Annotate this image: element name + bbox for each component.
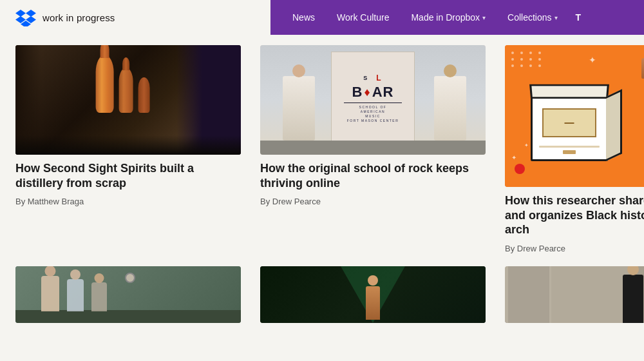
sor-ground <box>260 141 486 155</box>
logo-text: work in progress <box>43 12 115 23</box>
distillery-author: By Matthew Braga <box>15 197 241 206</box>
nav-news-label: News <box>292 12 315 23</box>
nav-made-in-dropbox[interactable]: Made in Dropbox ▾ <box>402 8 495 26</box>
article-grid-row2 <box>15 253 629 323</box>
made-in-dropbox-chevron-icon: ▾ <box>482 14 486 21</box>
sparkle-1: ✦ <box>589 55 596 65</box>
header-left: work in progress <box>0 0 270 35</box>
still-body-1 <box>96 55 114 113</box>
researcher-title: How this researcher shares and organizes… <box>505 193 644 237</box>
wall-clock <box>125 273 135 283</box>
dropbox-icon <box>15 8 36 26</box>
nav-bar: News Work Culture Made in Dropbox ▾ Coll… <box>270 0 644 35</box>
archive-box-illustration <box>518 64 634 168</box>
person-left <box>283 76 315 141</box>
school-rock-image: S L B ♦ AR SCHOOL OFAMERICANMUSICFORT MA… <box>260 45 486 155</box>
article-researcher: ✦ ✦ ✦ <box>505 45 644 253</box>
sparkle-2: ✦ <box>511 154 516 161</box>
bottom-image-spy <box>505 266 644 323</box>
silhouette-2 <box>67 279 84 311</box>
researcher-author: By Drew Pearce <box>505 244 644 253</box>
copper-still <box>96 55 150 113</box>
article-bottom-2 <box>260 266 486 323</box>
dropbox-logo[interactable]: work in progress <box>15 8 115 26</box>
nav-work-culture-label: Work Culture <box>337 12 389 23</box>
poster-board: S L B ♦ AR SCHOOL OFAMERICANMUSICFORT MA… <box>331 52 415 145</box>
nav-collections[interactable]: Collections ▾ <box>498 8 566 26</box>
article-bottom-1 <box>15 266 241 323</box>
suited-figure <box>623 275 643 323</box>
silhouette-3 <box>91 282 107 311</box>
article-bottom-3 <box>505 266 644 323</box>
content-area: How Second Sight Spirits built a distill… <box>0 35 644 323</box>
bottom-image-performer <box>260 266 486 323</box>
school-rock-title: How the original school of rock keeps th… <box>260 161 486 190</box>
performer-figure <box>366 286 380 320</box>
article-grid-row1: How Second Sight Spirits built a distill… <box>15 35 629 253</box>
collections-chevron-icon: ▾ <box>554 14 558 21</box>
nav-news[interactable]: News <box>283 8 324 26</box>
bottom-image-office <box>15 266 241 323</box>
red-dot-accent <box>515 164 525 174</box>
header: work in progress News Work Culture Made … <box>0 0 644 35</box>
nav-collections-label: Collections <box>507 12 551 23</box>
silhouette-1 <box>41 276 59 311</box>
researcher-image: ✦ ✦ ✦ <box>505 45 644 187</box>
still-body-2 <box>119 68 133 113</box>
nav-work-culture[interactable]: Work Culture <box>328 8 398 26</box>
article-school-rock: S L B ♦ AR SCHOOL OFAMERICANMUSICFORT MA… <box>260 45 486 206</box>
floor-reflection <box>15 135 241 155</box>
nav-more-label: T <box>576 12 582 23</box>
hand <box>618 48 644 119</box>
distillery-title: How Second Sight Spirits built a distill… <box>15 161 241 190</box>
nav-more[interactable]: T <box>571 8 587 26</box>
person-right <box>434 76 466 141</box>
distillery-image <box>15 45 241 155</box>
article-distillery: How Second Sight Spirits built a distill… <box>15 45 241 206</box>
nav-made-in-dropbox-label: Made in Dropbox <box>411 12 480 23</box>
school-rock-author: By Drew Pearce <box>260 197 486 206</box>
